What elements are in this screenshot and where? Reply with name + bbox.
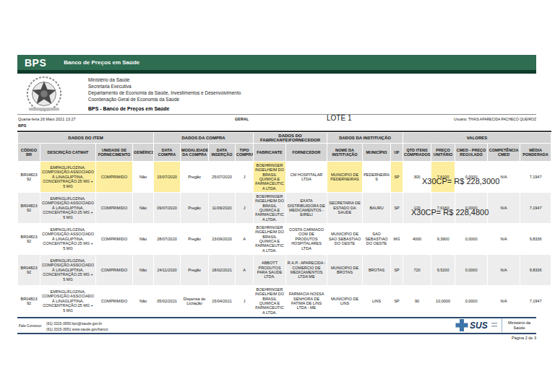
column-group-header: DADOS DO FABRICANTE/FORNECEDOR (254, 133, 327, 143)
table-cell: BAURU (363, 193, 390, 223)
table-cell: BOEHRINGER INGELHEIM DO BRASIL QUIMICA E… (254, 162, 285, 192)
table-cell: N/A (488, 224, 520, 254)
table-cell: MUNICIPIO DE BROTAS (327, 255, 362, 285)
table-row: BR04823 92EMPAGLIFLOZINA, COMPOSIÇÃO:ASS… (18, 224, 551, 254)
table-cell: EMPAGLIFLOZINA, COMPOSIÇÃO:ASSOCIADO À L… (40, 224, 95, 254)
table-row: BR04823 92EMPAGLIFLOZINA, COMPOSIÇÃO:ASS… (18, 286, 551, 316)
column-header: TIPO COMPRA (236, 144, 253, 161)
table-cell: Não (133, 224, 153, 254)
lote-annotation: LOTE 1 (327, 114, 351, 122)
column-header: QTD ITENS COMPRADOS (403, 144, 431, 161)
column-header: PREÇO UNITÁRIO (431, 144, 455, 161)
table-cell: 0,0000 (455, 224, 487, 254)
table-cell: BR04823 92 (18, 224, 40, 254)
table-cell: 9,5200 (431, 255, 455, 285)
sus-cross-icon: SUS (455, 318, 499, 332)
table-cell: SP (391, 193, 403, 223)
handwritten-annotation: X30CP= R$ 228,4800 (411, 208, 489, 217)
brazil-coat-of-arms-logo (23, 74, 65, 115)
ministry-line: Departamento de Economia da Saúde, Inves… (88, 90, 241, 96)
scope-label: GERAL (235, 117, 249, 121)
column-header: NOME DA INSTITUIÇÃO (327, 144, 362, 161)
sus-logo: SUS (455, 318, 499, 332)
table-cell: 90 (403, 286, 431, 316)
column-header: UNIDADE DE FORNECIMENTO (96, 144, 132, 161)
column-group-header: DADOS DA COMPRA (154, 133, 253, 143)
table-cell: PEDERNEIRAS (363, 162, 390, 192)
table-cell: N/A (488, 193, 520, 223)
table-header-row: CÓDIGO BRDESCRIÇÃO CATMATUNIDADE DE FORN… (18, 144, 551, 161)
table-cell: J (236, 162, 253, 192)
table-cell: J (236, 286, 253, 316)
table-cell: Pregão (181, 255, 208, 285)
bps-logo: BPS (25, 57, 46, 69)
table-cell: BR04823 92 (18, 286, 40, 316)
contact-phone-email: (61) 3315-3950 bps@saude.gov.br (46, 321, 108, 326)
table-cell: BR04823 92 (18, 255, 40, 285)
table-cell: 24/11/2020 (154, 255, 180, 285)
contact-phone-site: (61) 3315-3951 www.saude.gov/banco (46, 326, 108, 332)
table-cell: COMPRIMIDO (96, 255, 132, 285)
title-bar: BPS Banco de Preços em Saúde (17, 55, 536, 70)
table-cell: BR04823 92 (18, 162, 40, 192)
table-cell: BOEHRINGER INGELHEIM DO BRASIL QUIMICA E… (254, 224, 285, 254)
table-cell: 4000 (403, 224, 431, 254)
table-cell: SP (391, 286, 403, 316)
table-cell: 10,0000 (431, 286, 455, 316)
table-cell: Não (133, 162, 153, 192)
table-cell: 9,3900 (431, 224, 455, 254)
table-cell: A (236, 255, 253, 285)
report-datetime: Quarta-feira 26 Maio 2021 13:27 (18, 117, 76, 121)
contact-info: (61) 3315-3950 bps@saude.gov.br (61) 331… (46, 321, 108, 332)
table-cell: A (236, 224, 253, 254)
table-cell: Dispensa de Licitação (181, 286, 208, 316)
ministry-line: Coordenação Geral de Economia da Saúde (88, 96, 241, 103)
table-cell: BROTAS (363, 255, 390, 285)
table-cell: COMPRIMIDO (96, 224, 132, 254)
table-cell: EXATA DISTRIBUIDORA DE MEDICAMENTOS - EI… (286, 193, 327, 223)
table-cell: 9,8336 (520, 224, 551, 254)
footer-ministry-label: Ministério da Saúde (502, 318, 536, 332)
column-header: COMPETÊNCIA CMED (488, 144, 520, 161)
table-cell: MG (391, 224, 403, 254)
table-cell: N/A (488, 286, 520, 316)
price-table: DADOS DO ITEMDADOS DA COMPRADADOS DO FAB… (17, 131, 551, 317)
sus-text: SUS (470, 321, 488, 331)
table-cell: 23/09/2020 (209, 224, 235, 254)
contact-label: Fale Conosco: (19, 323, 42, 328)
table-cell: SAO SEBASTIAO DO OESTE (363, 224, 390, 254)
divider (17, 114, 536, 115)
table-cell: 720 (403, 255, 431, 285)
table-cell: MUNICIPIO DE SAO SEBASTIAO DO OESTE (327, 224, 362, 254)
column-header: DATA INSERÇÃO (209, 144, 235, 161)
table-cell: SECRETARIA DE ESTADO DA SAUDE (327, 193, 362, 223)
table-cell: 0,0000 (455, 255, 487, 285)
table-cell: LINS (363, 286, 390, 316)
table-cell: 9,8336 (520, 255, 551, 285)
footer-bottom-line (17, 333, 536, 334)
table-cell: 05/02/2021 (154, 286, 180, 316)
table-cell: FARMACIA NOSSA SENHORA DE FATIMA DE LINS… (286, 286, 327, 316)
column-header: FORNECEDOR (286, 144, 327, 161)
column-header: DATA COMPRA (154, 144, 180, 161)
bps-small-label: BPS (18, 123, 26, 128)
table-cell: Pregão (181, 162, 208, 192)
column-group-header: DADOS DO ITEM (18, 133, 153, 143)
table-cell: J (236, 193, 253, 223)
table-cell: 25/07/2020 (209, 162, 235, 192)
ministry-line: Ministério da Saúde (88, 77, 241, 83)
table-cell: BOEHRINGER INGELHEIM DO BRASIL QUIMICA E… (254, 193, 285, 223)
title-bar-stripe (17, 70, 536, 74)
column-header: GENÉRICO (133, 144, 153, 161)
table-cell: N/A (488, 255, 520, 285)
table-cell: EMPAGLIFLOZINA, COMPOSIÇÃO:ASSOCIADO À L… (40, 286, 95, 316)
table-cell: COMPRIMIDO (96, 193, 132, 223)
price-table-container: DADOS DO ITEMDADOS DA COMPRADADOS DO FAB… (17, 131, 538, 317)
column-group-header: VALORES (403, 133, 551, 143)
column-group-header: DADOS DA INSTITUIÇÃO (327, 133, 403, 143)
column-header: MODALIDADE DA COMPRA (181, 144, 208, 161)
column-header: CÓDIGO BR (18, 144, 40, 161)
table-cell: EMPAGLIFLOZINA, COMPOSIÇÃO:ASSOCIADO À L… (40, 162, 95, 192)
column-header: UF (391, 144, 403, 161)
table-cell: Pregão (181, 193, 208, 223)
